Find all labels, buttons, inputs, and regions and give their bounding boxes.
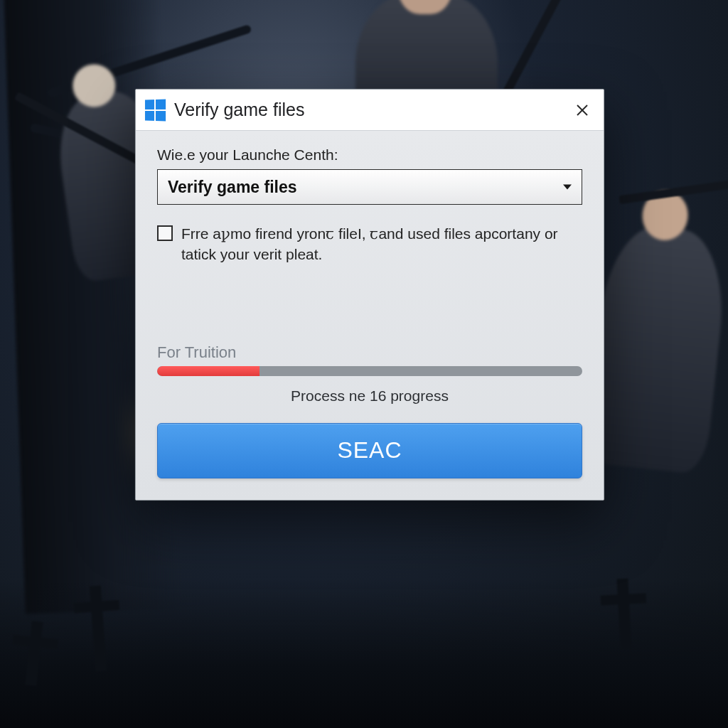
dialog-title: Verify game files — [174, 100, 304, 120]
action-select[interactable]: Verify game files — [157, 169, 582, 205]
progress-label: For Truition — [157, 343, 582, 362]
progress-bar — [157, 366, 582, 376]
titlebar: Verify game files — [136, 90, 604, 131]
option-row: Frre aꝩmo firend yronꞇ fileI, ꞇand used … — [157, 223, 582, 265]
primary-action-button[interactable]: SEAC — [157, 423, 582, 478]
close-icon — [575, 103, 589, 117]
chevron-down-icon — [563, 185, 572, 190]
verify-dialog: Verify game files Wie.e your Launche Cen… — [135, 89, 604, 500]
option-checkbox[interactable] — [157, 225, 173, 241]
select-label: Wie.e your Launche Centh: — [157, 146, 582, 164]
progress-section: For Truition Process ne 16 progress — [157, 343, 582, 405]
select-value: Verify game files — [168, 178, 297, 197]
progress-status: Process ne 16 progress — [157, 387, 582, 405]
windows-logo-icon — [145, 99, 166, 121]
dialog-body: Wie.e your Launche Centh: Verify game fi… — [136, 131, 604, 500]
progress-fill — [157, 366, 259, 376]
option-label: Frre aꝩmo firend yronꞇ fileI, ꞇand used … — [181, 223, 582, 265]
close-button[interactable] — [567, 95, 598, 126]
